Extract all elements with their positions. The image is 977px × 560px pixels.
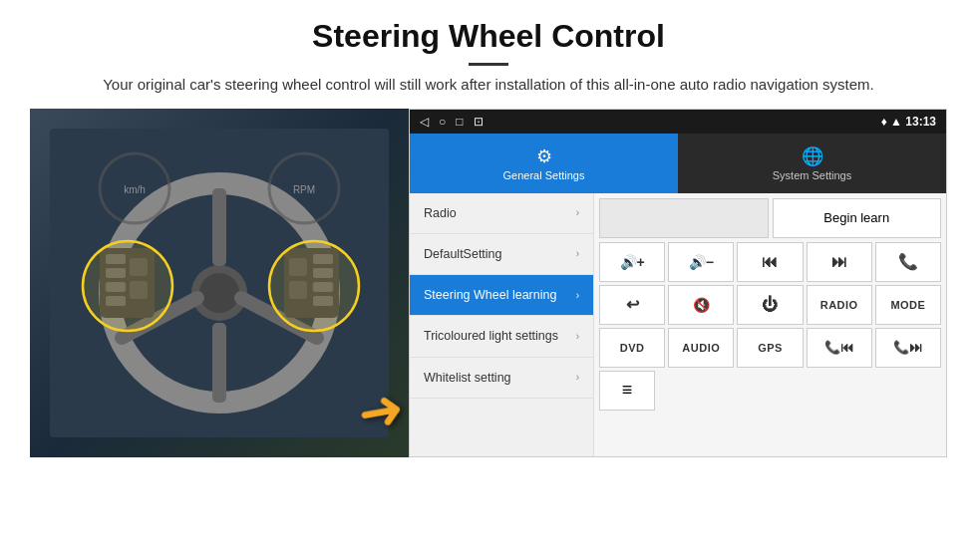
audio-label: AUDIO [682,342,720,354]
menu-list: Radio › DefaultSetting › Steering Wheel … [410,193,594,456]
menu-item-tricoloured[interactable]: Tricoloured light settings › [410,316,593,357]
arrow-pointer: ➜ [353,375,409,445]
chevron-icon: › [576,248,579,259]
svg-text:RPM: RPM [293,184,315,195]
call-next-button[interactable]: 📞⏭ [875,328,941,368]
bottom-icon-row: ≡ [599,371,941,411]
vol-up-button[interactable]: 🔊+ [599,242,665,282]
control-row-1: 🔊+ 🔊− ⏮ ⏭ 📞 [599,242,941,282]
car-image: km/h RPM ➜ [30,109,409,457]
svg-rect-5 [212,323,226,403]
dvd-label: DVD [620,342,645,354]
signal-icons: ♦ ▲ [881,115,906,129]
radio-button[interactable]: RADIO [807,285,872,325]
call-next-icon: 📞⏭ [893,340,922,355]
gear-icon: ⚙ [536,145,552,167]
header-description: Your original car's steering wheel contr… [60,74,917,97]
back-call-button[interactable]: ↩ [599,285,665,325]
power-icon: ⏻ [762,296,778,314]
menu-item-whitelist[interactable]: Whitelist setting › [410,358,593,399]
gps-label: GPS [758,342,783,354]
next-icon: ⏭ [831,253,847,271]
vol-down-button[interactable]: 🔊− [668,242,734,282]
gps-button[interactable]: GPS [737,328,803,368]
recents-icon[interactable]: □ [456,115,463,129]
menu-whitelist-label: Whitelist setting [424,370,511,386]
home-icon[interactable]: ○ [439,115,446,129]
list-icon: ≡ [622,380,633,401]
svg-rect-4 [212,188,226,266]
nav-icons: ◁ ○ □ ⊡ [420,115,484,129]
prev-icon: ⏮ [762,253,778,271]
back-call-icon: ↩ [626,295,639,314]
begin-learn-row: Begin learn [599,198,941,238]
header-divider [469,63,508,66]
main-content: km/h RPM ➜ ◁ ○ □ ⊡ ♦ ▲ 13:13 [30,109,947,457]
control-row-2: ↩ 🔇 ⏻ RADIO MODE [599,285,941,325]
prev-button[interactable]: ⏮ [737,242,803,282]
vol-down-icon: 🔊− [689,254,714,270]
controls-panel: Begin learn 🔊+ 🔊− ⏮ ⏭ [594,193,946,456]
vol-up-icon: 🔊+ [620,254,645,270]
steering-wheel-svg: km/h RPM [50,129,389,437]
chevron-icon: › [576,331,579,342]
back-icon[interactable]: ◁ [420,115,429,129]
page-header: Steering Wheel Control Your original car… [0,0,977,109]
time-display: 13:13 [905,115,936,129]
tab-system[interactable]: 🌐 System Settings [678,134,946,193]
tab-bar: ⚙ General Settings 🌐 System Settings [410,134,946,193]
system-icon: 🌐 [802,145,823,167]
menu-item-steering[interactable]: Steering Wheel learning › [410,275,593,316]
radio-label: RADIO [820,299,858,311]
menu-steering-label: Steering Wheel learning [424,287,556,303]
svg-point-27 [269,241,359,331]
chevron-icon: › [576,290,579,301]
mute-button[interactable]: 🔇 [668,285,734,325]
screenshot-icon[interactable]: ⊡ [474,115,484,129]
svg-point-3 [199,273,239,313]
next-button[interactable]: ⏭ [807,242,872,282]
chevron-icon: › [576,207,579,218]
control-row-3: DVD AUDIO GPS 📞⏮ 📞⏭ [599,328,941,368]
call-prev-button[interactable]: 📞⏮ [807,328,872,368]
menu-icon-button[interactable]: ≡ [599,371,655,411]
call-button[interactable]: 📞 [875,242,941,282]
menu-radio-label: Radio [424,205,457,221]
dvd-button[interactable]: DVD [599,328,665,368]
tab-general[interactable]: ⚙ General Settings [410,134,678,193]
power-button[interactable]: ⏻ [737,285,803,325]
chevron-icon: › [576,372,579,383]
status-bar: ◁ ○ □ ⊡ ♦ ▲ 13:13 [410,110,946,134]
empty-field [599,198,769,238]
menu-item-radio[interactable]: Radio › [410,193,593,234]
call-icon: 📞 [898,252,918,271]
menu-tricoloured-label: Tricoloured light settings [424,328,558,344]
audio-button[interactable]: AUDIO [668,328,734,368]
android-device: ◁ ○ □ ⊡ ♦ ▲ 13:13 ⚙ General Settings 🌐 S… [409,109,947,457]
mute-icon: 🔇 [693,297,710,313]
mode-button[interactable]: MODE [875,285,941,325]
tab-general-label: General Settings [503,169,585,181]
menu-default-label: DefaultSetting [424,246,502,262]
mode-label: MODE [890,299,925,311]
call-prev-icon: 📞⏮ [824,340,853,355]
device-body: Radio › DefaultSetting › Steering Wheel … [410,193,946,456]
tab-system-label: System Settings [773,169,851,181]
page-title: Steering Wheel Control [60,18,917,55]
status-right: ♦ ▲ 13:13 [881,115,936,129]
svg-text:km/h: km/h [124,184,146,195]
menu-item-default[interactable]: DefaultSetting › [410,234,593,275]
begin-learn-button[interactable]: Begin learn [773,198,942,238]
svg-point-26 [83,241,172,331]
